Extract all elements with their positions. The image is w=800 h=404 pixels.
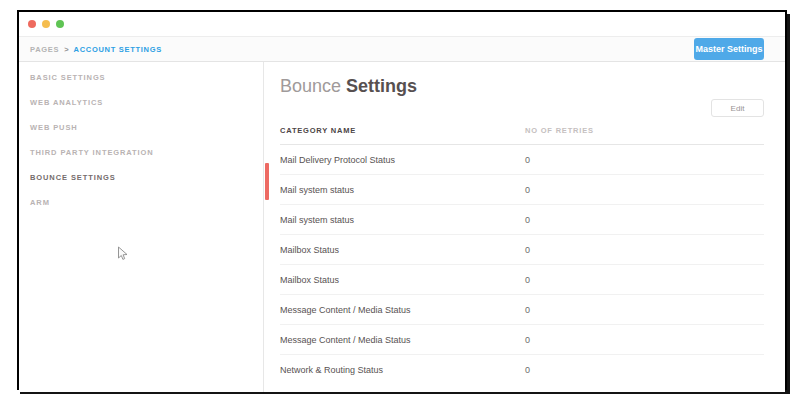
mouse-cursor-icon xyxy=(117,246,129,262)
column-header-category-name: CATEGORY NAME xyxy=(280,126,525,135)
category-name-cell: Mail Delivery Protocol Status xyxy=(280,155,525,165)
sidebar-item-label: ARM xyxy=(30,198,50,207)
breadcrumb-bar: PAGES > ACCOUNT SETTINGS Master Settings xyxy=(19,36,785,62)
sidebar-item-label: WEB PUSH xyxy=(30,123,78,132)
bounce-categories-table: CATEGORY NAME NO OF RETRIES Mail Deliver… xyxy=(280,117,764,385)
sidebar-item[interactable]: BOUNCE SETTINGS xyxy=(19,165,263,190)
edit-button[interactable]: Edit xyxy=(711,99,764,117)
retries-cell: 0 xyxy=(525,245,764,255)
master-settings-button[interactable]: Master Settings xyxy=(694,38,764,60)
breadcrumb-account-settings-link[interactable]: ACCOUNT SETTINGS xyxy=(74,45,162,54)
bounce-settings-panel: Bounce Settings Edit CATEGORY NAME NO OF… xyxy=(264,62,785,392)
table-body: Mail Delivery Protocol Status 0 Mail sys… xyxy=(280,145,764,385)
table-row: Mail Delivery Protocol Status 0 xyxy=(280,145,764,175)
active-row-marker xyxy=(265,163,269,200)
table-row: Network & Routing Status 0 xyxy=(280,355,764,385)
retries-cell: 0 xyxy=(525,305,764,315)
table-row: Mailbox Status 0 xyxy=(280,235,764,265)
window-titlebar xyxy=(19,12,785,36)
category-name-cell: Message Content / Media Status xyxy=(280,335,525,345)
column-header-no-of-retries: NO OF RETRIES xyxy=(525,126,764,135)
table-row: Mail system status 0 xyxy=(280,205,764,235)
table-row: Mailbox Status 0 xyxy=(280,265,764,295)
main-area: BASIC SETTINGS WEB ANALYTICS WEB PUSH TH… xyxy=(19,62,785,392)
table-row: Mail system status 0 xyxy=(280,175,764,205)
table-header: CATEGORY NAME NO OF RETRIES xyxy=(280,117,764,145)
category-name-cell: Message Content / Media Status xyxy=(280,305,525,315)
sidebar-item-label: THIRD PARTY INTEGRATION xyxy=(30,148,154,157)
retries-cell: 0 xyxy=(525,215,764,225)
sidebar-item-label: BASIC SETTINGS xyxy=(30,73,106,82)
page-title-light: Bounce xyxy=(280,76,341,96)
close-button[interactable] xyxy=(28,20,36,28)
table-row: Message Content / Media Status 0 xyxy=(280,295,764,325)
page-title: Bounce Settings xyxy=(280,75,764,97)
category-name-cell: Mailbox Status xyxy=(280,275,525,285)
chevron-right-icon: > xyxy=(64,45,68,54)
retries-cell: 0 xyxy=(525,335,764,345)
retries-cell: 0 xyxy=(525,365,764,375)
table-row: Message Content / Media Status 0 xyxy=(280,325,764,355)
category-name-cell: Mail system status xyxy=(280,215,525,225)
edit-row: Edit xyxy=(280,99,764,117)
retries-cell: 0 xyxy=(525,275,764,285)
retries-cell: 0 xyxy=(525,155,764,165)
zoom-button[interactable] xyxy=(56,20,64,28)
sidebar-item-label: BOUNCE SETTINGS xyxy=(30,173,116,182)
page-title-bold: Settings xyxy=(346,76,417,96)
retries-cell: 0 xyxy=(525,185,764,195)
sidebar-item[interactable]: THIRD PARTY INTEGRATION xyxy=(19,140,263,165)
sidebar-item-label: WEB ANALYTICS xyxy=(30,98,103,107)
minimize-button[interactable] xyxy=(42,20,50,28)
sidebar-item[interactable]: WEB ANALYTICS xyxy=(19,90,263,115)
sidebar-item[interactable]: BASIC SETTINGS xyxy=(19,65,263,90)
sidebar-item[interactable]: WEB PUSH xyxy=(19,115,263,140)
sidebar-item[interactable]: ARM xyxy=(19,190,263,215)
app-window: PAGES > ACCOUNT SETTINGS Master Settings… xyxy=(17,10,787,390)
breadcrumb-pages-link[interactable]: PAGES xyxy=(30,45,59,54)
settings-sidebar: BASIC SETTINGS WEB ANALYTICS WEB PUSH TH… xyxy=(19,62,264,392)
category-name-cell: Mail system status xyxy=(280,185,525,195)
category-name-cell: Mailbox Status xyxy=(280,245,525,255)
category-name-cell: Network & Routing Status xyxy=(280,365,525,375)
